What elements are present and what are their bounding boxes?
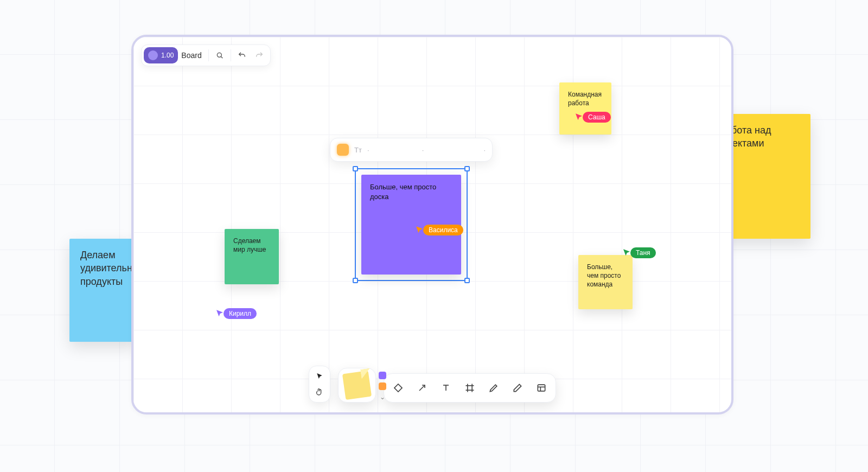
main-toolbox: ⌄ [309, 366, 556, 403]
color-orange-icon[interactable] [379, 382, 386, 390]
redo-icon[interactable] [252, 48, 267, 63]
undo-icon[interactable] [234, 48, 250, 63]
cursor-label: Саша [583, 112, 611, 123]
chevron-down-icon[interactable]: ⌄ [380, 393, 385, 401]
shape-tool-icon[interactable] [387, 377, 409, 399]
sticky-note-green[interactable]: Сделаем мир лучше [225, 229, 279, 284]
context-option[interactable]: · [367, 146, 369, 154]
toolbar-separator [208, 49, 209, 61]
collaborator-cursor-kirill: Кирилл [215, 308, 257, 319]
templates-tool-icon[interactable] [531, 377, 552, 399]
hand-tool-icon[interactable] [314, 386, 326, 398]
sticky-note-yellow-bottom[interactable]: Больше, чем просто команда [578, 255, 633, 309]
color-purple-icon[interactable] [379, 372, 386, 379]
context-option[interactable]: · [422, 146, 424, 154]
collaborator-cursor-vasilisa: Василиса [414, 225, 463, 235]
search-icon[interactable] [212, 48, 227, 63]
board-topbar: 1.00 Board [141, 44, 271, 66]
toolbar-separator [231, 49, 231, 61]
svg-line-3 [419, 385, 425, 391]
mode-switch [309, 366, 330, 403]
cursor-label: Кирилл [224, 308, 257, 319]
select-tool-icon[interactable] [314, 371, 326, 382]
text-tool-icon[interactable] [435, 377, 457, 399]
external-sticky-blue[interactable]: Делаем удивительные продукты [69, 239, 140, 342]
color-swatch-icon[interactable] [337, 144, 349, 156]
resize-handle[interactable] [353, 166, 358, 171]
create-sticky-button[interactable]: ⌄ [338, 368, 376, 403]
resize-handle[interactable] [353, 278, 358, 283]
typography-button[interactable]: Tт [354, 146, 362, 154]
collaborator-cursor-tanya: Таня [622, 247, 656, 258]
sticky-color-picker: ⌄ [379, 372, 386, 401]
arrow-tool-icon[interactable] [411, 377, 433, 399]
user-avatar-icon [148, 50, 158, 60]
sticky-note-yellow-top[interactable]: Командная работа [559, 82, 611, 135]
zoom-indicator[interactable]: 1.00 [144, 47, 178, 63]
collaborator-cursor-sasha: Саша [574, 112, 611, 123]
board-title[interactable]: Board [180, 51, 205, 60]
resize-handle[interactable] [464, 166, 470, 171]
eraser-tool-icon[interactable] [507, 377, 528, 399]
pen-tool-icon[interactable] [483, 377, 505, 399]
note-context-toolbar[interactable]: Tт · · · [330, 138, 493, 162]
tools-row [384, 373, 556, 403]
cursor-label: Таня [630, 247, 656, 258]
whiteboard-canvas[interactable]: 1.00 Board Tт · · · Больше, чем просто д… [131, 35, 733, 414]
resize-handle[interactable] [464, 278, 470, 283]
sticky-icon [342, 371, 372, 400]
svg-rect-10 [538, 385, 545, 391]
svg-line-1 [221, 56, 222, 58]
svg-point-0 [217, 53, 221, 57]
frame-tool-icon[interactable] [459, 377, 481, 399]
context-option[interactable]: · [483, 146, 486, 154]
cursor-label: Василиса [423, 225, 463, 235]
svg-rect-2 [394, 384, 402, 392]
zoom-value: 1.00 [161, 52, 174, 59]
